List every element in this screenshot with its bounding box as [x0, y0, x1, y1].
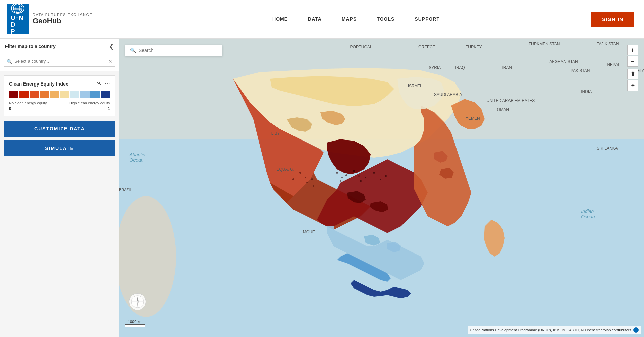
zoom-controls: + − ⬆ ⌖ [627, 45, 638, 91]
color-swatch [101, 91, 110, 98]
action-buttons: CUSTOMIZE DATA SIMULATE [0, 121, 119, 156]
color-swatch [30, 91, 39, 98]
color-swatch [60, 91, 69, 98]
legend-labels: No clean energy equity High clean energy… [9, 101, 110, 105]
color-swatch [40, 91, 49, 98]
legend-title: Clean Energy Equity Index [9, 81, 68, 87]
svg-point-15 [365, 177, 366, 178]
map-search-icon: 🔍 [130, 48, 136, 53]
svg-point-21 [292, 178, 294, 180]
svg-point-22 [306, 182, 308, 183]
map-search-input[interactable] [139, 48, 217, 53]
sidebar: Filter map to a country ❮ 🔍 ✕ Clean Ener… [0, 39, 119, 337]
customize-data-button[interactable]: CUSTOMIZE DATA [4, 121, 115, 137]
sign-in-button[interactable]: SIGN IN [591, 12, 634, 27]
color-swatch [70, 91, 79, 98]
legend-values: 0 1 [9, 106, 110, 111]
svg-point-16 [373, 172, 375, 174]
locate-me-button[interactable]: ⌖ [627, 80, 638, 91]
legend-header: Clean Energy Equity Index 👁 ⋯ [9, 80, 110, 87]
nav-maps[interactable]: MAPS [342, 16, 357, 22]
scale-bar-line [125, 324, 145, 327]
legend-card: Clean Energy Equity Index 👁 ⋯ No clean e… [4, 75, 115, 116]
north-arrow-button[interactable]: ⬆ [627, 69, 638, 79]
svg-point-20 [305, 177, 306, 178]
zoom-out-button[interactable]: − [627, 56, 638, 67]
svg-point-13 [358, 175, 360, 177]
country-search-clear-icon[interactable]: ✕ [108, 59, 112, 64]
color-swatch [80, 91, 90, 98]
legend-visibility-icon[interactable]: 👁 [97, 81, 102, 87]
undp-letters: U·NDP [11, 15, 24, 35]
attribution-bar: United Nations Development Programme (UN… [468, 326, 641, 334]
filter-title: Filter map to a country [5, 44, 56, 49]
svg-point-23 [311, 178, 313, 180]
attribution-text: United Nations Development Programme (UN… [470, 328, 631, 332]
country-search-wrapper: 🔍 ✕ [0, 53, 119, 71]
color-ramp [9, 91, 110, 98]
legend-low-label: No clean energy equity [9, 101, 47, 105]
scale-bar: 1000 km [125, 320, 145, 327]
scale-bar-label: 1000 km [125, 320, 145, 324]
country-search-input[interactable] [4, 56, 115, 67]
info-icon[interactable]: i [633, 327, 639, 333]
svg-point-12 [353, 170, 355, 172]
legend-high-label: High clean energy equity [69, 101, 110, 105]
svg-point-14 [360, 180, 362, 182]
nav-tools[interactable]: TOOLS [377, 16, 394, 22]
un-emblem [11, 3, 24, 14]
color-swatch [19, 91, 29, 98]
svg-point-11 [340, 180, 341, 182]
svg-point-18 [385, 175, 387, 177]
legend-low-value: 0 [9, 106, 11, 111]
svg-point-24 [313, 185, 314, 187]
filter-header: Filter map to a country ❮ [0, 39, 119, 53]
color-swatch [9, 91, 18, 98]
org-info: DATA FUTURES EXCHANGE GeoHub [33, 13, 92, 25]
main-nav: HOME DATA MAPS TOOLS SUPPORT [121, 16, 591, 22]
color-swatch [50, 91, 59, 98]
logo-area: U·NDP DATA FUTURES EXCHANGE GeoHub [0, 4, 121, 34]
legend-high-value: 1 [108, 106, 110, 111]
svg-point-17 [380, 179, 381, 180]
zoom-in-button[interactable]: + [627, 45, 638, 55]
legend-menu-icon[interactable]: ⋯ [105, 80, 110, 87]
nav-data[interactable]: DATA [308, 16, 322, 22]
map-search-bar: 🔍 [125, 45, 222, 56]
svg-point-10 [345, 174, 347, 176]
data-futures-label: DATA FUTURES EXCHANGE [33, 13, 92, 17]
map-area[interactable]: 🔍 PORTUGAL GREECE TURKEY TURKMENISTAN TA… [119, 39, 644, 337]
legend-controls: 👁 ⋯ [97, 80, 110, 87]
nav-support[interactable]: SUPPORT [415, 16, 440, 22]
svg-point-19 [299, 172, 301, 174]
app-header: U·NDP DATA FUTURES EXCHANGE GeoHub HOME … [0, 0, 644, 39]
color-swatch [90, 91, 100, 98]
map-visualization [119, 39, 644, 337]
simulate-button[interactable]: SIMULATE [4, 140, 115, 156]
collapse-sidebar-button[interactable]: ❮ [109, 43, 114, 50]
nav-home[interactable]: HOME [272, 16, 288, 22]
country-search-icon: 🔍 [7, 59, 12, 64]
svg-point-9 [341, 177, 343, 178]
undp-logo: U·NDP [7, 4, 29, 34]
svg-point-8 [336, 172, 338, 174]
mini-compass [129, 293, 146, 310]
app-name-label: GeoHub [33, 17, 92, 25]
